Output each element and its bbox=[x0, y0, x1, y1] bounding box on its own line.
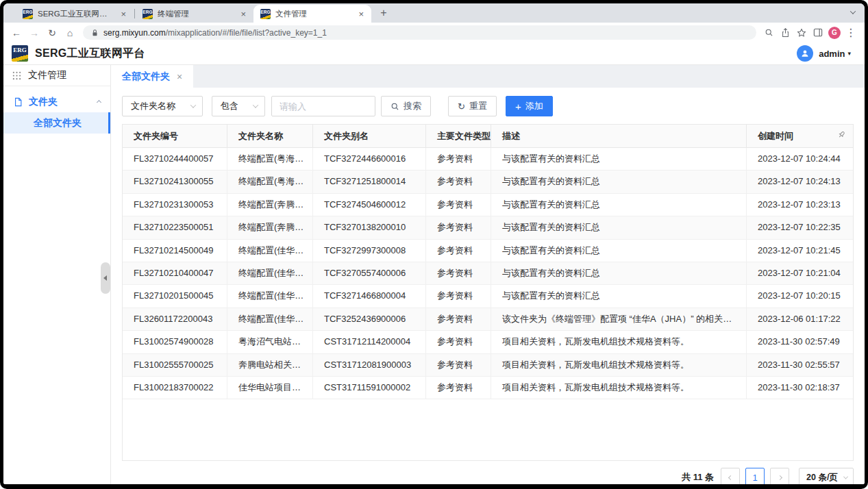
user-menu-caret-icon[interactable]: ▾ bbox=[847, 50, 851, 57]
page-number-button[interactable]: 1 bbox=[745, 468, 765, 484]
operator-select[interactable]: 包含 bbox=[212, 96, 265, 116]
search-button[interactable]: 搜索 bbox=[381, 96, 431, 116]
page-tab-all-folders[interactable]: 全部文件夹 × bbox=[111, 65, 193, 88]
url-host: serg.mixyun.com bbox=[103, 28, 166, 38]
table-row[interactable]: FL32710210400047终端配置(佳华C)资料TCF3270557400… bbox=[123, 262, 853, 285]
app-title: SERG工业互联网平台 bbox=[35, 47, 145, 61]
search-input[interactable] bbox=[271, 96, 375, 116]
table-cell: TCF3270557400006 bbox=[313, 262, 426, 284]
table-cell: 终端配置(佳华B)资料 bbox=[227, 285, 313, 307]
pagination: 共 11 条 1 20 条/页 bbox=[122, 468, 854, 484]
browser-tab-file-active[interactable]: ERG 文件管理 × bbox=[253, 5, 371, 23]
table-cell: 项目相关资料，瓦斯发电机组技术规格资料等。 bbox=[491, 377, 747, 399]
table-cell: 2023-12-07 10:22:35 bbox=[747, 216, 853, 238]
table-cell: 参考资料 bbox=[426, 285, 491, 307]
table-cell: FL32710231300053 bbox=[123, 194, 227, 216]
pin-icon[interactable] bbox=[837, 125, 846, 147]
profile-avatar[interactable]: G bbox=[828, 27, 841, 39]
page-tab-close-icon[interactable]: × bbox=[177, 71, 182, 82]
reload-icon[interactable]: ↻ bbox=[45, 27, 60, 38]
screen-frame: ERG SERG工业互联网平台 × ERG 终端管理 × ERG 文件管理 × … bbox=[0, 0, 868, 489]
table-cell: 2023-12-07 10:23:13 bbox=[747, 194, 853, 216]
sidebar-module-label: 文件管理 bbox=[28, 69, 66, 82]
tab-search-chevron-icon[interactable] bbox=[850, 8, 856, 14]
field-select[interactable]: 文件夹名称 bbox=[122, 96, 203, 116]
zoom-icon[interactable] bbox=[762, 28, 776, 37]
table-row[interactable]: FL32710201500045终端配置(佳华B)资料TCF3271466800… bbox=[123, 285, 853, 308]
chevron-left-icon bbox=[728, 475, 732, 479]
table-cell: 参考资料 bbox=[426, 262, 491, 284]
table-cell: 与该配置有关的资料汇总 bbox=[491, 262, 747, 284]
table-row[interactable]: FL32601172200043终端配置(佳华A)资料TCF3252436900… bbox=[123, 308, 853, 331]
table-cell: TCF3271466800004 bbox=[313, 285, 426, 307]
user-avatar-icon[interactable] bbox=[797, 45, 813, 62]
page-tab-bar: 全部文件夹 × bbox=[111, 65, 865, 88]
total-count: 共 11 条 bbox=[682, 471, 714, 484]
browser-window: ERG SERG工业互联网平台 × ERG 终端管理 × ERG 文件管理 × … bbox=[3, 3, 865, 484]
table-cell: 终端配置(粤海B)资料 bbox=[227, 148, 313, 170]
table-row[interactable]: FL31002574900028粤海沼气电站资料CST3171211420000… bbox=[123, 331, 853, 353]
table-row[interactable]: FL31002555700025奔腾电站相关资料CST3171208190000… bbox=[123, 354, 853, 377]
table-cell: CST31712081900003 bbox=[313, 354, 426, 376]
username[interactable]: admin bbox=[819, 49, 845, 59]
browser-tab-terminal[interactable]: ERG 终端管理 × bbox=[136, 5, 253, 23]
table-row[interactable]: FL32710223500051终端配置(奔腾A)资料TCF3270138200… bbox=[123, 216, 853, 239]
column-header-created-time: 创建时间 bbox=[747, 125, 853, 147]
table-row[interactable]: FL31002183700022佳华电站项目资料CST3171159100000… bbox=[123, 377, 853, 399]
table-cell: 2023-11-30 02:18:37 bbox=[747, 377, 853, 399]
table-row[interactable]: FL32710214500049终端配置(佳华D)资料TCF3272997300… bbox=[123, 240, 853, 262]
table-cell: 参考资料 bbox=[426, 308, 491, 330]
site-favicon: ERG bbox=[260, 9, 271, 19]
table-cell: 终端配置(奔腾B)资料 bbox=[227, 194, 313, 216]
table-cell: FL32710214500049 bbox=[123, 240, 227, 262]
page-body: 文件夹名称 包含 搜索 ↻ 重置 bbox=[111, 88, 865, 484]
table-cell: 2023-12-07 10:24:44 bbox=[747, 148, 853, 170]
table-row[interactable]: FL32710231300053终端配置(奔腾B)资料TCF3274504600… bbox=[123, 194, 853, 216]
sidebar-group-folders[interactable]: 文件夹 bbox=[3, 92, 110, 112]
table-cell: FL32710201500045 bbox=[123, 285, 227, 307]
back-icon[interactable]: ← bbox=[9, 27, 24, 38]
next-page-button[interactable] bbox=[770, 468, 789, 484]
site-favicon: ERG bbox=[23, 9, 33, 19]
sidebar-item-label: 全部文件夹 bbox=[34, 117, 82, 129]
browser-tab-platform[interactable]: ERG SERG工业互联网平台 × bbox=[16, 5, 134, 23]
page-size-select[interactable]: 20 条/页 bbox=[799, 468, 854, 484]
table-cell: 2023-12-06 01:17:22 bbox=[747, 308, 853, 330]
table-cell: TCF3272446600016 bbox=[313, 148, 426, 170]
forward-icon[interactable]: → bbox=[27, 27, 42, 38]
table-row[interactable]: FL32710244400057终端配置(粤海B)资料TCF3272446600… bbox=[123, 148, 853, 171]
table-cell: 2023-12-07 10:21:04 bbox=[747, 262, 853, 284]
add-button[interactable]: + 添加 bbox=[506, 96, 553, 116]
reset-button[interactable]: ↻ 重置 bbox=[448, 96, 497, 116]
address-bar[interactable]: serg.mixyun.com/mixapplication/#/file/fi… bbox=[83, 25, 756, 40]
tab-close-icon[interactable]: × bbox=[119, 9, 128, 19]
table-body: FL32710244400057终端配置(粤海B)资料TCF3272446600… bbox=[123, 148, 853, 399]
bookmark-star-icon[interactable] bbox=[795, 28, 808, 38]
prev-page-button[interactable] bbox=[721, 468, 740, 484]
tab-close-icon[interactable]: × bbox=[356, 9, 366, 19]
chevron-up-icon bbox=[97, 99, 101, 104]
plus-icon: + bbox=[515, 101, 521, 112]
collapse-left-arrow-icon bbox=[101, 275, 107, 281]
table-cell: 粤海沼气电站资料 bbox=[227, 331, 313, 353]
apps-grid-icon bbox=[12, 71, 21, 80]
sidebar-collapse-handle[interactable] bbox=[101, 262, 110, 294]
tab-title: SERG工业互联网平台 bbox=[38, 9, 114, 19]
table-row[interactable]: FL32710241300055终端配置(粤海A)资料TCF3271251800… bbox=[123, 171, 853, 193]
table-cell: TCF3272997300008 bbox=[313, 240, 426, 262]
table-cell: 该文件夹为《终端管理》配置项 “佳华A（JHA）” 的相关资料。 bbox=[491, 308, 747, 330]
table-cell: 参考资料 bbox=[426, 148, 491, 170]
browser-toolbar: ← → ↻ ⌂ serg.mixyun.com/mixapplication/#… bbox=[3, 23, 865, 42]
home-icon[interactable]: ⌂ bbox=[62, 27, 77, 38]
browser-menu-icon[interactable]: ⋮ bbox=[844, 26, 858, 39]
sidebar-module-file-management[interactable]: 文件管理 bbox=[3, 65, 110, 86]
table-cell: FL32601172200043 bbox=[123, 308, 227, 330]
tab-close-icon[interactable]: × bbox=[238, 9, 248, 19]
new-tab-button[interactable]: + bbox=[375, 5, 392, 21]
sidebar-item-all-folders[interactable]: 全部文件夹 bbox=[3, 112, 110, 134]
table-cell: FL32710223500051 bbox=[123, 216, 227, 238]
table-cell: CST31712114200004 bbox=[313, 331, 426, 353]
app-logo: ERG bbox=[12, 45, 28, 62]
share-icon[interactable] bbox=[778, 28, 792, 38]
side-panel-icon[interactable] bbox=[811, 28, 825, 37]
